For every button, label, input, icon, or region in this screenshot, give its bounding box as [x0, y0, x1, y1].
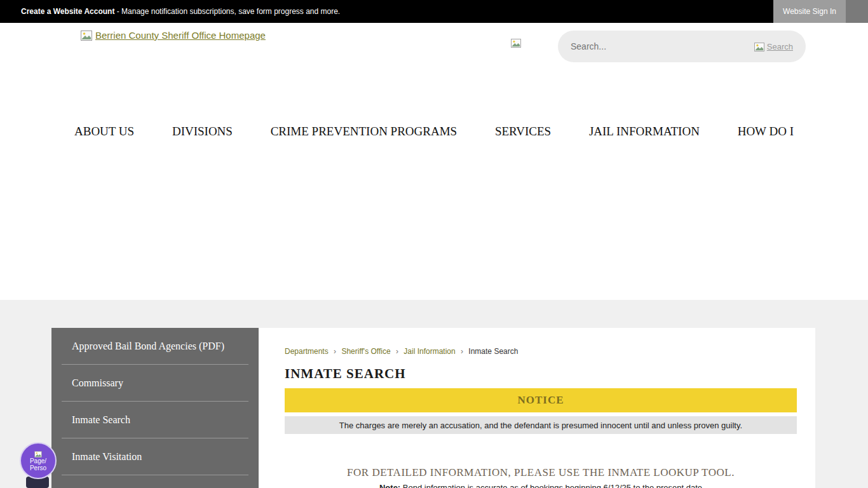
- content-area: Departments › Sheriff's Office › Jail In…: [0, 300, 868, 488]
- bond-note: Note: Bond information is accurate as of…: [285, 483, 797, 488]
- notice-banner: NOTICE: [285, 388, 797, 412]
- widget-alt-line2: Perso: [30, 464, 46, 471]
- site-logo-link[interactable]: Berrien County Sheriff Office Homepage: [81, 29, 266, 41]
- search-bar[interactable]: Search: [558, 30, 806, 62]
- create-account-link[interactable]: Create a Website Account: [21, 7, 114, 16]
- breadcrumb: Departments › Sheriff's Office › Jail In…: [285, 347, 518, 356]
- main-navigation: ABOUT US DIVISIONS CRIME PREVENTION PROG…: [74, 125, 794, 139]
- broken-image-icon: [754, 41, 764, 51]
- bond-note-label: Note:: [379, 483, 400, 488]
- website-sign-in-button[interactable]: Website Sign In: [773, 0, 846, 23]
- disclaimer-text: The charges are merely an accusation, an…: [285, 416, 797, 434]
- sidebar-item-inmate-search[interactable]: Inmate Search: [62, 402, 248, 438]
- broken-image-icon: [511, 37, 521, 48]
- sidebar-item-approved-bail-bond-agencies[interactable]: Approved Bail Bond Agencies (PDF): [62, 328, 248, 365]
- jail-information-sidebar: Approved Bail Bond Agencies (PDF) Commis…: [51, 328, 259, 488]
- widget-alt-line1: Page/: [30, 458, 46, 464]
- nav-item-divisions[interactable]: DIVISIONS: [172, 125, 233, 139]
- nav-item-services[interactable]: SERVICES: [495, 125, 551, 139]
- top-bar-corner: [846, 0, 868, 23]
- bond-note-text: Bond information is accurate as of booki…: [400, 483, 702, 488]
- sidebar-item-inmate-visitation[interactable]: Inmate Visitation: [62, 438, 248, 475]
- breadcrumb-link-departments[interactable]: Departments: [285, 347, 329, 356]
- search-input[interactable]: [571, 41, 754, 51]
- breadcrumb-link-jail-information[interactable]: Jail Information: [403, 347, 455, 356]
- nav-item-how-do-i[interactable]: HOW DO I: [738, 125, 794, 139]
- create-account-description: - Manage notification subscriptions, sav…: [114, 7, 340, 16]
- breadcrumb-link-sheriffs-office[interactable]: Sheriff's Office: [341, 347, 390, 356]
- breadcrumb-separator: ›: [334, 347, 336, 356]
- nav-item-jail-information[interactable]: JAIL INFORMATION: [589, 125, 700, 139]
- site-header: Berrien County Sheriff Office Homepage S…: [0, 23, 868, 300]
- page-personalization-widget[interactable]: Page/ Perso: [20, 442, 57, 479]
- top-utility-bar: Create a Website Account - Manage notifi…: [0, 0, 868, 23]
- sidebar-item-commissary[interactable]: Commissary: [62, 365, 248, 402]
- create-account-text[interactable]: Create a Website Account - Manage notifi…: [0, 7, 340, 16]
- nav-item-about-us[interactable]: ABOUT US: [74, 125, 134, 139]
- site-logo-alt-text: Berrien County Sheriff Office Homepage: [95, 30, 266, 41]
- breadcrumb-separator: ›: [396, 347, 398, 356]
- page-title: INMATE SEARCH: [285, 366, 406, 382]
- broken-image-icon: [34, 450, 42, 457]
- inmate-lookup-instruction: FOR DETAILED INFORMATION, PLEASE USE THE…: [285, 466, 797, 479]
- search-button[interactable]: Search: [754, 41, 793, 51]
- breadcrumb-current: Inmate Search: [468, 347, 518, 356]
- broken-image-icon: [81, 29, 92, 41]
- nav-item-crime-prevention-programs[interactable]: CRIME PREVENTION PROGRAMS: [271, 125, 457, 139]
- search-button-alt-text: Search: [767, 42, 793, 51]
- breadcrumb-separator: ›: [461, 347, 463, 356]
